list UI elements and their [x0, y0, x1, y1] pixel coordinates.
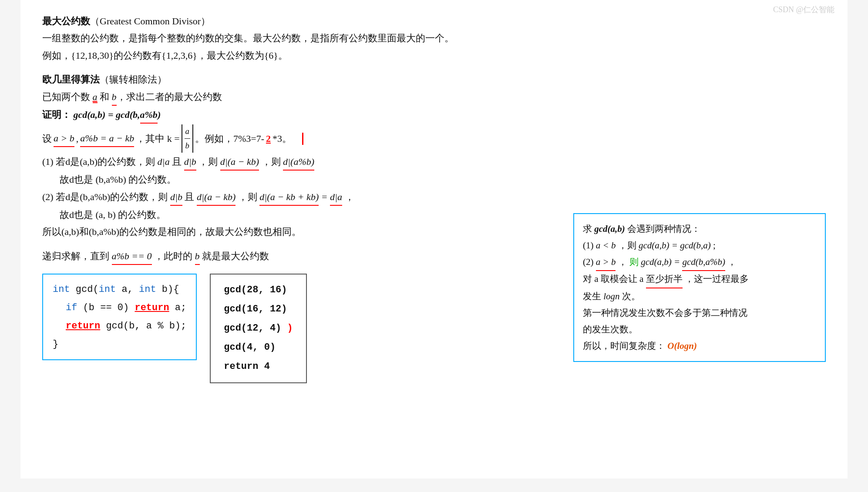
trace-line-2: gcd(16, 12) [224, 300, 293, 319]
cursor [302, 133, 303, 145]
prop1-line: (1) 若d是(a,b)的公约数，则 d|a 且 d|b ，则 d|(a − k… [42, 154, 826, 171]
explain-case1-count: 第一种情况发生次数不会多于第二种情况 [583, 305, 816, 321]
explain-title: 求 gcd(a,b) 会遇到两种情况： [583, 221, 816, 238]
code-line1: int gcd(int a, int b){ [53, 281, 186, 299]
explain-complexity: 所以，时间复杂度： O(logn) [583, 338, 816, 355]
title-en: （Greatest Common Divisor） [90, 16, 210, 27]
main-page: CSDN @仁公智能 最大公约数（Greatest Common Divisor… [20, 0, 848, 479]
intro-text: 一组整数的公约数，是指每个整数的约数的交集。最大公约数，是指所有公约数里面最大的… [42, 30, 826, 46]
title-section: 最大公约数（Greatest Common Divisor） [42, 13, 826, 29]
euclidean-title: 欧几里得算法（辗转相除法） [42, 71, 826, 87]
trace-line-5: return 4 [224, 357, 293, 376]
explain-box: 求 gcd(a,b) 会遇到两种情况： (1) a < b ，则 gcd(a,b… [573, 213, 826, 362]
code-box: int gcd(int a, int b){ if (b == 0) retur… [42, 274, 197, 360]
trace-line-3: gcd(12, 4) ) [224, 319, 293, 338]
explain-detail1: 对 a 取模会让 a 至少折半 ，这一过程最多 [583, 271, 816, 288]
trace-line-1: gcd(28, 16) [224, 281, 293, 300]
code-line4: } [53, 335, 186, 354]
explain-case1-count2: 的发生次数。 [583, 321, 816, 338]
trace-box: gcd(28, 16) gcd(16, 12) gcd(12, 4) ) gcd… [210, 274, 306, 383]
explain-case1: (1) a < b ，则 gcd(a,b) = gcd(b,a) ; [583, 238, 816, 254]
watermark: CSDN @仁公智能 [773, 4, 834, 15]
proof-formula-line: 证明： gcd(a,b) = gcd(b,a%b) [42, 107, 826, 124]
euclidean-desc: 已知两个数 a 和 b，求出二者的最大公约数 [42, 89, 826, 106]
prop2-line: (2) 若d是(b,a%b)的公约数，则 d|b 且 d|(a − kb) ，则… [42, 189, 826, 206]
main-title: 最大公约数 [42, 16, 90, 27]
example-intro: 例如，{12,18,30}的公约数有{1,2,3,6}，最大公约数为{6}。 [42, 47, 826, 64]
code-line2: if (b == 0) return a; [53, 299, 186, 317]
explain-case2: (2) a > b ， 则 gcd(a,b) = gcd(b,a%b) ， [583, 254, 816, 271]
code-line3: return gcd(b, a % b); [53, 317, 186, 335]
prop1-cont: 故d也是 (b,a%b) 的公约数。 [42, 171, 826, 187]
explain-detail2: 发生 logn 次。 [583, 288, 816, 305]
trace-line-4: gcd(4, 0) [224, 338, 293, 357]
set-desc-line: 设 a > b , a%b = a − kb ，其中 k = a b 。例如，7… [42, 124, 826, 153]
